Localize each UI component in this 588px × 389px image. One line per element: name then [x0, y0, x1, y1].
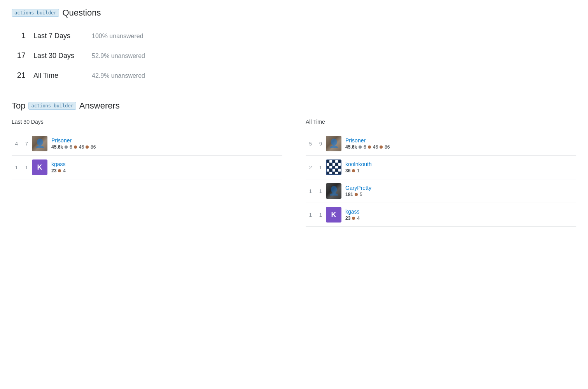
answerer-answers: 9 — [316, 141, 322, 147]
answerer-avatar — [326, 159, 341, 175]
pattern-cell — [332, 160, 335, 163]
answerer-rep: 234 — [345, 216, 360, 221]
answerers-suffix: Answerers — [79, 101, 120, 111]
pattern-cell — [329, 163, 332, 165]
answerer-row: 4 7 Prisoner 45.6k64686 — [12, 132, 282, 156]
stat-detail: 42.9% unanswered — [92, 72, 145, 79]
answerer-row: 1 1 K kgass 234 — [306, 203, 576, 227]
pattern-cell — [335, 172, 338, 174]
answerer-name[interactable]: kgass — [345, 209, 360, 215]
pattern-cell — [332, 172, 335, 174]
answerer-row: 2 1 koolnkouth 361 — [306, 156, 576, 179]
answerer-name[interactable]: Prisoner — [51, 137, 96, 144]
pattern-cell — [332, 163, 335, 165]
bronze-badge-dot — [352, 169, 355, 172]
answerer-info: Prisoner 45.6k64686 — [51, 137, 96, 150]
questions-tag-badge[interactable]: actions-builder — [12, 9, 59, 17]
bronze-count: 1 — [357, 168, 360, 173]
answerer-info: kgass 234 — [345, 209, 360, 221]
pattern-cell — [329, 169, 332, 171]
answerer-rep: 1815 — [345, 192, 371, 197]
answerer-info: koolnkouth 361 — [345, 161, 372, 173]
stat-detail: 100% unanswered — [92, 33, 144, 40]
answerer-avatar — [326, 183, 341, 199]
questions-title: actions-builder Questions — [12, 8, 576, 18]
answerers-tag-badge[interactable]: actions-builder — [28, 102, 76, 110]
extra-bronze-dot — [380, 145, 383, 149]
questions-heading: Questions — [62, 8, 101, 18]
answerers-section: Top actions-builder Answerers Last 30 Da… — [12, 101, 576, 227]
answerer-rank: 5 — [306, 141, 312, 147]
pattern-cell — [332, 166, 335, 168]
avatar — [326, 136, 341, 151]
answerer-avatar — [326, 136, 341, 151]
answerers-prefix: Top — [12, 101, 25, 111]
answerers-grid: Last 30 Days 4 7 Prisoner 45.6k64686 1 1… — [12, 119, 576, 227]
rep-score: 181 — [345, 192, 353, 197]
answerer-answers: 1 — [316, 212, 322, 218]
alltime-column: All Time 5 9 Prisoner 45.6k64686 2 1 koo… — [306, 119, 576, 227]
answerer-avatar: K — [32, 159, 47, 175]
avatar — [326, 183, 341, 199]
avatar — [326, 159, 341, 175]
answerer-info: kgass 234 — [51, 161, 66, 173]
pattern-cell — [335, 169, 338, 171]
stat-label: Last 7 Days — [33, 32, 84, 40]
answerer-row: 1 1 K kgass 234 — [12, 156, 282, 179]
silver-badge-dot — [359, 145, 362, 149]
answerer-name[interactable]: GaryPretty — [345, 185, 371, 191]
answerer-avatar — [32, 136, 47, 151]
rep-score: 45.6k — [51, 144, 63, 150]
answerer-name[interactable]: kgass — [51, 161, 66, 167]
answerer-rep: 45.6k64686 — [51, 144, 96, 150]
answerer-avatar: K — [326, 207, 341, 223]
pattern-cell — [327, 166, 329, 168]
bronze-count: 46 — [373, 144, 378, 150]
rep-score: 45.6k — [345, 144, 357, 150]
answerer-rep: 234 — [51, 168, 66, 173]
stat-detail: 52.9% unanswered — [92, 53, 145, 60]
pattern-cell — [329, 160, 332, 163]
question-stat-row: 17 Last 30 Days 52.9% unanswered — [12, 46, 576, 65]
pattern-cell — [338, 166, 341, 168]
stat-count: 21 — [12, 71, 26, 80]
question-stat-row: 21 All Time 42.9% unanswered — [12, 65, 576, 85]
bronze-count: 4 — [357, 216, 360, 221]
answerer-row: 1 1 GaryPretty 1815 — [306, 179, 576, 203]
questions-section: actions-builder Questions 1 Last 7 Days … — [12, 8, 576, 85]
pattern-cell — [329, 166, 332, 168]
answerer-row: 5 9 Prisoner 45.6k64686 — [306, 132, 576, 156]
rep-score: 23 — [345, 216, 350, 221]
extra-bronze-dot — [86, 145, 89, 149]
stat-count: 17 — [12, 51, 26, 60]
pattern-cell — [327, 160, 329, 163]
answerer-name[interactable]: koolnkouth — [345, 161, 372, 167]
bronze-badge-dot — [368, 145, 371, 149]
answerer-name[interactable]: Prisoner — [345, 137, 390, 144]
silver-count: 6 — [70, 144, 72, 150]
bronze-count: 5 — [360, 192, 362, 197]
extra-bronze-count: 86 — [385, 144, 390, 150]
answerer-rank: 1 — [306, 212, 312, 218]
last30-title: Last 30 Days — [12, 119, 282, 126]
silver-badge-dot — [65, 145, 68, 149]
bronze-count: 46 — [79, 144, 84, 150]
answerer-info: Prisoner 45.6k64686 — [345, 137, 390, 150]
stat-count: 1 — [12, 31, 26, 40]
pattern-cell — [335, 166, 338, 168]
extra-bronze-count: 86 — [91, 144, 96, 150]
avatar: K — [32, 159, 47, 175]
answerer-rep: 361 — [345, 168, 372, 173]
stat-label: All Time — [33, 72, 84, 80]
pattern-cell — [335, 163, 338, 165]
answerer-rank: 1 — [12, 165, 18, 170]
bronze-count: 4 — [63, 168, 66, 173]
pattern-cell — [338, 172, 341, 174]
answerer-answers: 1 — [316, 188, 322, 194]
answerer-rank: 1 — [306, 188, 312, 194]
answerer-rep: 45.6k64686 — [345, 144, 390, 150]
pattern-cell — [332, 169, 335, 171]
avatar — [32, 136, 47, 151]
alltime-title: All Time — [306, 119, 576, 126]
bronze-badge-dot — [74, 145, 77, 149]
